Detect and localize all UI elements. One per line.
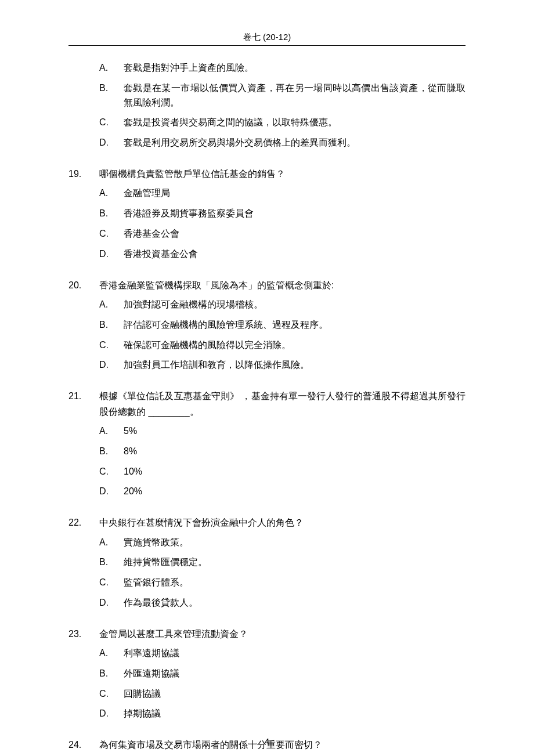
- question-number: 19.: [68, 167, 99, 182]
- option-letter: B.: [99, 318, 124, 332]
- page: 卷七 (20-12) A. 套戥是指對沖手上資產的風險。 B. 套戥是在某一市場…: [0, 0, 534, 756]
- question-stem-row: 20. 香港金融業監管機構採取「風險為本」的監管概念側重於:: [68, 278, 466, 293]
- option-letter: C.: [99, 576, 124, 590]
- question-stem-row: 19. 哪個機構負責監管散戶單位信託基金的銷售？: [68, 167, 466, 182]
- options: A.加強對認可金融機構的現場稽核。 B.評估認可金融機構的風險管理系統、過程及程…: [99, 298, 466, 372]
- option-text: 加強對認可金融機構的現場稽核。: [124, 298, 466, 312]
- option-letter: C.: [99, 115, 124, 130]
- option-row: A. 套戥是指對沖手上資產的風險。: [99, 61, 466, 75]
- option-letter: B.: [99, 555, 124, 570]
- option-letter: D.: [99, 136, 124, 150]
- option-letter: A.: [99, 646, 124, 661]
- option-row: C. 套戥是投資者與交易商之間的協議，以取特殊優惠。: [99, 115, 466, 130]
- question-stem-row: 22. 中央銀行在甚麼情況下會扮演金融中介人的角色？: [68, 515, 466, 530]
- option-text: 掉期協議: [124, 707, 466, 721]
- option-text: 維持貨幣匯價穩定。: [124, 555, 466, 570]
- option-row: B.香港證券及期貨事務監察委員會: [99, 207, 466, 221]
- option-text: 監管銀行體系。: [124, 576, 466, 590]
- option-letter: D.: [99, 484, 124, 499]
- option-text: 香港證券及期貨事務監察委員會: [124, 207, 466, 221]
- option-letter: D.: [99, 707, 124, 721]
- option-text: 套戥是利用交易所交易與場外交易價格上的差異而獲利。: [124, 136, 466, 150]
- option-row: B.8%: [99, 444, 466, 459]
- option-text: 金融管理局: [124, 186, 466, 201]
- option-letter: B.: [99, 667, 124, 681]
- option-row: D.作為最後貸款人。: [99, 596, 466, 610]
- option-letter: C.: [99, 687, 124, 701]
- option-row: B. 套戥是在某一市場以低價買入資產，再在另一場同時以高價出售該資產，從而賺取無…: [99, 81, 466, 110]
- option-text: 套戥是指對沖手上資產的風險。: [124, 61, 466, 75]
- option-text: 套戥是投資者與交易商之間的協議，以取特殊優惠。: [124, 115, 466, 130]
- option-letter: B.: [99, 81, 124, 110]
- option-text: 確保認可金融機構的風險得以完全消除。: [124, 338, 466, 353]
- option-letter: C.: [99, 465, 124, 479]
- option-row: D.香港投資基金公會: [99, 247, 466, 262]
- option-row: D. 套戥是利用交易所交易與場外交易價格上的差異而獲利。: [99, 136, 466, 150]
- question-number: 20.: [68, 278, 99, 293]
- option-row: D.加強對員工作培訓和教育，以降低操作風險。: [99, 358, 466, 372]
- option-letter: A.: [99, 186, 124, 201]
- option-row: B.外匯遠期協議: [99, 667, 466, 681]
- option-row: B.評估認可金融機構的風險管理系統、過程及程序。: [99, 318, 466, 332]
- options: A.金融管理局 B.香港證券及期貨事務監察委員會 C.香港基金公會 D.香港投資…: [99, 186, 466, 261]
- options: A.利率遠期協議 B.外匯遠期協議 C.回購協議 D.掉期協議: [99, 646, 466, 721]
- question-19: 19. 哪個機構負責監管散戶單位信託基金的銷售？ A.金融管理局 B.香港證券及…: [68, 167, 466, 262]
- option-row: A.5%: [99, 424, 466, 439]
- option-letter: A.: [99, 424, 124, 439]
- header-rule: [68, 45, 466, 46]
- option-text: 加強對員工作培訓和教育，以降低操作風險。: [124, 358, 466, 372]
- option-row: C.確保認可金融機構的風險得以完全消除。: [99, 338, 466, 353]
- option-row: A.加強對認可金融機構的現場稽核。: [99, 298, 466, 312]
- option-text: 實施貨幣政策。: [124, 536, 466, 550]
- option-text: 20%: [124, 484, 466, 499]
- question-20: 20. 香港金融業監管機構採取「風險為本」的監管概念側重於: A.加強對認可金融…: [68, 278, 466, 373]
- question-stem: 根據《單位信託及互惠基金守則》 ，基金持有單一發行人發行的普通股不得超過其所發行…: [99, 389, 466, 419]
- option-letter: A.: [99, 61, 124, 75]
- option-row: A.實施貨幣政策。: [99, 536, 466, 550]
- option-row: B.維持貨幣匯價穩定。: [99, 555, 466, 570]
- option-row: A.利率遠期協議: [99, 646, 466, 661]
- option-text: 回購協議: [124, 687, 466, 701]
- option-text: 套戥是在某一市場以低價買入資產，再在另一場同時以高價出售該資產，從而賺取無風險利…: [124, 81, 466, 110]
- option-text: 利率遠期協議: [124, 646, 466, 661]
- option-row: A.金融管理局: [99, 186, 466, 201]
- option-letter: B.: [99, 444, 124, 459]
- question-23: 23. 金管局以甚麼工具來管理流動資金？ A.利率遠期協議 B.外匯遠期協議 C…: [68, 627, 466, 722]
- question-22: 22. 中央銀行在甚麼情況下會扮演金融中介人的角色？ A.實施貨幣政策。 B.維…: [68, 515, 466, 610]
- option-row: C.香港基金公會: [99, 227, 466, 241]
- question-21: 21. 根據《單位信託及互惠基金守則》 ，基金持有單一發行人發行的普通股不得超過…: [68, 389, 466, 499]
- orphan-options: A. 套戥是指對沖手上資產的風險。 B. 套戥是在某一市場以低價買入資產，再在另…: [99, 61, 466, 150]
- question-number: 23.: [68, 627, 99, 642]
- option-text: 香港基金公會: [124, 227, 466, 241]
- option-text: 評估認可金融機構的風險管理系統、過程及程序。: [124, 318, 466, 332]
- option-letter: D.: [99, 358, 124, 372]
- question-stem: 哪個機構負責監管散戶單位信託基金的銷售？: [99, 167, 466, 182]
- option-letter: D.: [99, 596, 124, 610]
- option-row: C.回購協議: [99, 687, 466, 701]
- option-letter: C.: [99, 338, 124, 353]
- question-stem: 中央銀行在甚麼情況下會扮演金融中介人的角色？: [99, 515, 466, 530]
- option-letter: B.: [99, 207, 124, 221]
- option-text: 10%: [124, 465, 466, 479]
- option-letter: A.: [99, 536, 124, 550]
- option-row: C.10%: [99, 465, 466, 479]
- question-stem-row: 23. 金管局以甚麼工具來管理流動資金？: [68, 627, 466, 642]
- options: A.實施貨幣政策。 B.維持貨幣匯價穩定。 C.監管銀行體系。 D.作為最後貸款…: [99, 536, 466, 610]
- option-text: 外匯遠期協議: [124, 667, 466, 681]
- page-header: 卷七 (20-12): [68, 32, 466, 45]
- option-row: D.掉期協議: [99, 707, 466, 721]
- option-letter: D.: [99, 247, 124, 262]
- options: A.5% B.8% C.10% D.20%: [99, 424, 466, 499]
- question-number: 21.: [68, 389, 99, 419]
- option-text: 5%: [124, 424, 466, 439]
- option-row: C.監管銀行體系。: [99, 576, 466, 590]
- question-stem-row: 21. 根據《單位信託及互惠基金守則》 ，基金持有單一發行人發行的普通股不得超過…: [68, 389, 466, 419]
- option-row: D.20%: [99, 484, 466, 499]
- question-stem: 金管局以甚麼工具來管理流動資金？: [99, 627, 466, 642]
- option-text: 香港投資基金公會: [124, 247, 466, 262]
- page-number: 4: [0, 736, 534, 746]
- option-text: 8%: [124, 444, 466, 459]
- option-letter: C.: [99, 227, 124, 241]
- option-text: 作為最後貸款人。: [124, 596, 466, 610]
- option-letter: A.: [99, 298, 124, 312]
